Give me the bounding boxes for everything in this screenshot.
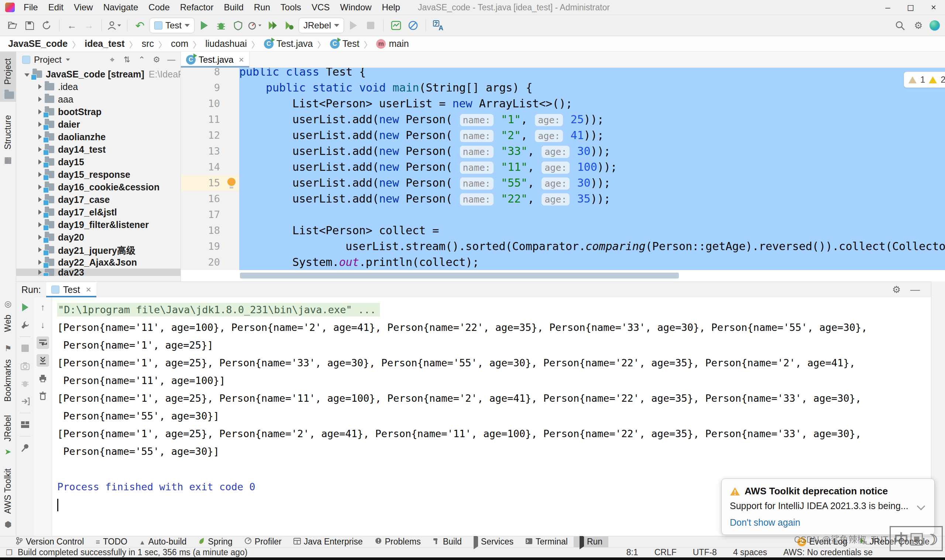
sync-icon[interactable]	[39, 18, 54, 33]
chevron-right-icon[interactable]	[39, 235, 42, 240]
expand-all-icon[interactable]: ⇅	[122, 55, 133, 65]
next-occurrence-icon[interactable]: ↓	[37, 319, 49, 331]
gutter[interactable]: 19	[181, 238, 223, 254]
no-entry-icon[interactable]	[406, 18, 421, 33]
chevron-right-icon[interactable]	[39, 147, 42, 152]
code-line[interactable]: 8public class Test {	[181, 68, 945, 80]
menu-item-view[interactable]: View	[69, 0, 98, 15]
run-button[interactable]	[197, 18, 211, 33]
run-configuration-select[interactable]: Test	[150, 18, 194, 33]
attach-icon[interactable]	[19, 395, 31, 408]
run-settings-gear-icon[interactable]: ⚙	[892, 284, 901, 295]
restore-layout-icon[interactable]	[19, 418, 31, 431]
menu-item-build[interactable]: Build	[219, 0, 248, 15]
chevron-right-icon[interactable]	[39, 185, 42, 189]
gutter[interactable]: 10	[181, 95, 223, 111]
chevron-right-icon[interactable]	[39, 159, 42, 165]
breadcrumb-item[interactable]: liudashuai	[204, 38, 248, 49]
gutter[interactable]: 16	[181, 191, 223, 206]
debug-button[interactable]	[214, 18, 228, 33]
menu-item-file[interactable]: File	[18, 0, 43, 15]
tree-row[interactable]: day23	[16, 269, 180, 276]
code-line[interactable]: 17	[181, 206, 945, 222]
code-line[interactable]: 9public static void main(String[] args) …	[181, 80, 945, 95]
status-widget[interactable]: 8:1	[626, 548, 638, 557]
tree-row[interactable]: day16_cookie&cession	[16, 181, 180, 193]
toolwindow-button-run[interactable]: Run	[573, 536, 608, 548]
translate-icon[interactable]: A	[431, 18, 446, 33]
chevron-right-icon[interactable]	[39, 97, 42, 102]
intention-bulb-icon[interactable]	[227, 178, 236, 186]
chevron-right-icon[interactable]	[39, 270, 42, 275]
breadcrumb-item[interactable]: idea_test	[83, 38, 126, 49]
tree-row[interactable]: daier	[16, 118, 180, 131]
close-icon[interactable]: ×	[86, 285, 91, 295]
gutter[interactable]: 9	[181, 80, 223, 95]
code-line[interactable]: 11userList.add(new Person( name: "1", ag…	[181, 111, 945, 127]
modify-run-config-icon[interactable]	[19, 319, 31, 331]
toolwindow-button-java-enterprise[interactable]: Java Enterprise	[288, 536, 369, 548]
code-line[interactable]: 18List<Person> collect =	[181, 222, 945, 238]
pin-tab-icon[interactable]	[19, 442, 31, 454]
status-widget[interactable]: UTF-8	[693, 548, 717, 557]
gutter[interactable]: 12	[181, 127, 223, 143]
editor-horizontal-scrollbar[interactable]	[240, 272, 945, 278]
tree-row[interactable]: day22_Ajax&Json	[16, 256, 180, 269]
menu-item-edit[interactable]: Edit	[43, 0, 69, 15]
soft-wrap-icon[interactable]	[37, 337, 49, 349]
menu-item-refactor[interactable]: Refactor	[175, 0, 219, 15]
code-line[interactable]: 10List<Person> userList = new ArrayList<…	[181, 95, 945, 111]
toolwindow-button-terminal[interactable]: Terminal	[520, 536, 573, 548]
expand-chevron-icon[interactable]	[917, 502, 925, 510]
toolwindow-button-todo[interactable]: ≡TODO	[90, 536, 133, 548]
run-tab-test[interactable]: Test ×	[46, 282, 96, 297]
collapse-all-icon[interactable]: ⌃	[136, 55, 147, 65]
minimize-panel-icon[interactable]: —	[910, 284, 920, 295]
tree-row[interactable]: day17_el&jstl	[16, 206, 180, 218]
chevron-down-icon[interactable]	[25, 74, 29, 77]
dont-show-again-link[interactable]: Don't show again	[730, 517, 800, 528]
forward-icon[interactable]: →	[82, 18, 96, 33]
chevron-right-icon[interactable]	[39, 247, 42, 252]
code-line[interactable]: 20System.out.println(collect);	[181, 254, 945, 270]
menu-item-code[interactable]: Code	[143, 0, 174, 15]
code-line[interactable]: 13userList.add(new Person( name: "33", a…	[181, 143, 945, 159]
sidebar-item-jrebel[interactable]: JRebel ➤	[0, 408, 16, 462]
close-icon[interactable]: ×	[239, 55, 244, 65]
jrebel-select[interactable]: JRebel	[299, 18, 344, 33]
gutter[interactable]: 15	[181, 175, 223, 191]
tree-row[interactable]: day20	[16, 231, 180, 243]
toolwindow-button-build[interactable]: Build	[427, 536, 468, 548]
toolwindow-button-problems[interactable]: Problems	[369, 536, 427, 548]
tree-row[interactable]: day17_case	[16, 193, 180, 206]
menu-item-run[interactable]: Run	[249, 0, 275, 15]
window-layout-icon[interactable]: ❐	[6, 548, 12, 557]
gutter[interactable]: 18	[181, 222, 223, 238]
tree-row[interactable]: aaa	[16, 93, 180, 106]
sidebar-item-aws-toolkit[interactable]: AWS Toolkit ⬢	[0, 462, 16, 535]
search-icon[interactable]	[893, 18, 907, 33]
gutter[interactable]: 8	[181, 68, 223, 80]
rerun-button[interactable]	[19, 301, 31, 314]
chevron-right-icon[interactable]	[39, 172, 42, 177]
toolwindow-button-spring[interactable]: Spring	[192, 536, 238, 548]
coverage-button[interactable]	[231, 18, 245, 33]
tree-row[interactable]: day19_filter&listener	[16, 218, 180, 231]
toolwindow-button-services[interactable]: Services	[468, 536, 520, 548]
maximize-button[interactable]: ◻	[899, 0, 922, 15]
gutter[interactable]: 14	[181, 159, 223, 175]
breadcrumb-item[interactable]: src	[140, 38, 156, 49]
toolwindow-button-auto-build[interactable]: ▲Auto-build	[133, 536, 192, 548]
gradient-sphere-icon[interactable]	[930, 20, 940, 31]
code-area[interactable]: 8public class Test {9public static void …	[181, 68, 945, 282]
tree-row[interactable]: JavaSE_code [stream]E:\IdeaProject	[16, 68, 180, 80]
chevron-right-icon[interactable]	[39, 197, 42, 202]
breadcrumb-item[interactable]: CTest.java	[262, 38, 314, 49]
prev-occurrence-icon[interactable]: ↑	[37, 301, 49, 314]
tree-row[interactable]: .idea	[16, 80, 180, 93]
menu-item-tools[interactable]: Tools	[275, 0, 307, 15]
tab-test-java[interactable]: C Test.java ×	[181, 52, 250, 68]
back-icon[interactable]: ←	[65, 18, 79, 33]
breadcrumb-item[interactable]: JavaSE_code	[7, 38, 69, 49]
print-icon[interactable]	[37, 372, 49, 385]
